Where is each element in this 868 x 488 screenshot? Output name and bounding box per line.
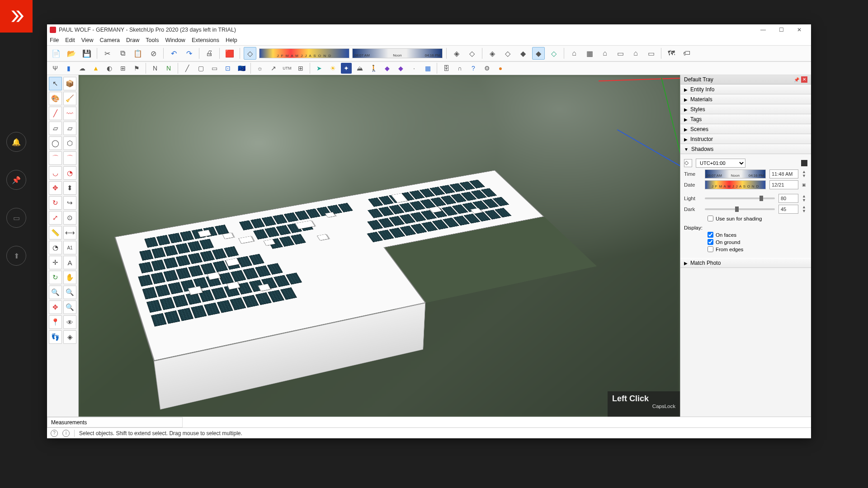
pushpull-tool-icon[interactable]: ⬍ — [63, 181, 76, 195]
tray-section-scenes[interactable]: ▶Scenes — [680, 124, 811, 134]
style-backedge-icon[interactable]: ◇ — [466, 47, 478, 60]
menu-extensions[interactable]: Extensions — [192, 37, 219, 43]
roof-obstruction[interactable] — [225, 258, 240, 266]
on-faces-checkbox[interactable]: On faces — [708, 232, 807, 238]
protractor-tool-icon[interactable]: ◔ — [49, 241, 62, 254]
light-slider[interactable] — [705, 197, 775, 199]
tool-select-icon[interactable]: ⊡ — [222, 63, 233, 74]
menu-draw[interactable]: Draw — [126, 37, 139, 43]
tray-header[interactable]: Default Tray 📌 ✕ — [680, 75, 811, 84]
zoomwin-tool-icon[interactable]: 🔍 — [63, 286, 76, 299]
tool-utm-icon[interactable]: UTM — [282, 63, 292, 74]
view-iso-icon[interactable]: ⌂ — [568, 47, 580, 60]
menu-edit[interactable]: Edit — [65, 37, 75, 43]
tray-section-tags[interactable]: ▶Tags — [680, 114, 811, 124]
rotrect-tool-icon[interactable]: ▱ — [63, 122, 76, 135]
plugin-n-icon[interactable]: N — [150, 63, 160, 74]
select-tool-icon[interactable]: ↖ — [49, 77, 62, 90]
status-help2-icon[interactable]: i — [62, 430, 70, 437]
style-wire-icon[interactable]: ◈ — [486, 47, 499, 60]
geo-map-icon[interactable]: 🗺 — [665, 47, 678, 60]
time-slider[interactable]: 08:07 AM Noon 04:16 PM — [705, 169, 766, 178]
freehand-tool-icon[interactable]: 〰 — [63, 107, 76, 120]
rect-tool-icon[interactable]: ▱ — [49, 122, 62, 135]
time-value-input[interactable]: 11:48 AM — [769, 169, 798, 178]
tray-section-materials[interactable]: ▶Materials — [680, 94, 811, 104]
delete-icon[interactable]: ⊘ — [147, 47, 160, 60]
paste-icon[interactable]: 📋 — [132, 47, 144, 60]
plugin-warn-icon[interactable]: ▲ — [90, 63, 101, 74]
zoomext-tool-icon[interactable]: ✥ — [49, 300, 62, 314]
tool-bird-icon[interactable]: ➤ — [314, 63, 325, 74]
tool-help-icon[interactable]: ? — [468, 63, 479, 74]
plugin-psi-icon[interactable]: Ψ — [50, 63, 61, 74]
tool-mountain-icon[interactable]: ⛰ — [354, 63, 365, 74]
shadows-toggle-icon[interactable]: ◇ — [684, 159, 692, 167]
style-mono-icon[interactable]: ◇ — [547, 47, 560, 60]
from-edges-checkbox[interactable]: From edges — [708, 246, 807, 252]
component-tool-icon[interactable]: 📦 — [63, 77, 76, 90]
plugin-grid-icon[interactable]: ▮ — [63, 63, 74, 74]
menu-camera[interactable]: Camera — [100, 37, 120, 43]
undo-icon[interactable]: ↶ — [167, 47, 180, 60]
arc3-tool-icon[interactable]: ◡ — [49, 166, 62, 180]
tool-sun2-icon[interactable]: ☀ — [327, 63, 338, 74]
pie-tool-icon[interactable]: ◔ — [63, 166, 76, 180]
menu-window[interactable]: Window — [165, 37, 185, 43]
plugin-n2-icon[interactable]: N — [163, 63, 174, 74]
tool-gear-icon[interactable]: ⚙ — [481, 63, 492, 74]
tool-ball-icon[interactable]: ● — [495, 63, 506, 74]
tool-grid2-icon[interactable]: ⊞ — [295, 63, 306, 74]
plugin-table-icon[interactable]: ⊞ — [118, 63, 128, 74]
roof-obstruction[interactable] — [207, 272, 221, 280]
position-camera-icon[interactable]: 📍 — [49, 315, 62, 329]
tool-person-icon[interactable]: 🚶 — [368, 63, 379, 74]
cut-icon[interactable]: ✂ — [101, 47, 113, 60]
rail-notification-icon[interactable]: 🔔 — [6, 132, 26, 152]
dimension-tool-icon[interactable]: ⟷ — [63, 226, 76, 239]
scale-tool-icon[interactable]: ⤢ — [49, 211, 62, 225]
copy-icon[interactable]: ⧉ — [116, 47, 129, 60]
viewport-3d[interactable]: Left Click CapsLock — [79, 75, 680, 417]
text3d-tool-icon[interactable]: A — [63, 256, 76, 269]
tool-solar-icon[interactable]: ▦ — [422, 63, 433, 74]
light-value-input[interactable]: 80 — [778, 194, 798, 203]
plugin-cloud-icon[interactable]: ☁ — [77, 63, 88, 74]
time-spinner[interactable]: ▲▼ — [802, 170, 807, 178]
on-ground-checkbox[interactable]: On ground — [708, 239, 807, 245]
tool-star-icon[interactable]: ✦ — [341, 63, 352, 74]
tray-pin-icon[interactable]: 📌 — [794, 77, 799, 82]
view-left-icon[interactable]: ▭ — [645, 47, 657, 60]
tool-sun-icon[interactable]: ☼ — [255, 63, 265, 74]
look-around-icon[interactable]: 👁 — [63, 315, 76, 329]
plugin-sphere-icon[interactable]: ◐ — [104, 63, 115, 74]
save-file-icon[interactable]: 💾 — [80, 47, 93, 60]
tool-arrow-icon[interactable]: ↗ — [268, 63, 279, 74]
menu-help[interactable]: Help — [226, 37, 237, 43]
zoomprev-tool-icon[interactable]: 🔍 — [63, 300, 76, 314]
tool-dot-icon[interactable]: · — [409, 63, 420, 74]
menu-file[interactable]: File — [50, 37, 59, 43]
maximize-button[interactable]: ☐ — [772, 27, 790, 33]
shadows-detail-icon[interactable] — [801, 160, 807, 166]
tray-section-instructor[interactable]: ▶Instructor — [680, 134, 811, 144]
dark-spinner[interactable]: ▲▼ — [802, 205, 807, 213]
tray-section-styles[interactable]: ▶Styles — [680, 104, 811, 114]
tool-layer1-icon[interactable]: ◆ — [382, 63, 392, 74]
open-file-icon[interactable]: 📂 — [65, 47, 78, 60]
orbit-tool-icon[interactable]: ↻ — [49, 271, 62, 284]
style-shaded-icon[interactable]: ◆ — [517, 47, 529, 60]
measurements-box[interactable]: Measurements — [47, 417, 183, 427]
print-icon[interactable]: 🖨 — [203, 47, 216, 60]
geo-tag-icon[interactable]: 🏷 — [680, 47, 693, 60]
date-slider[interactable]: J F M A M J J A S O N D — [705, 180, 766, 189]
dark-slider[interactable] — [705, 208, 775, 210]
eraser-tool-icon[interactable]: 🧹 — [63, 92, 76, 105]
menu-tools[interactable]: Tools — [146, 37, 159, 43]
new-file-icon[interactable]: 📄 — [50, 47, 62, 60]
arc-tool-icon[interactable]: ⌒ — [49, 151, 62, 165]
light-spinner[interactable]: ▲▼ — [802, 194, 807, 202]
offset-tool-icon[interactable]: ⊙ — [63, 211, 76, 225]
view-right-icon[interactable]: ▭ — [614, 47, 627, 60]
tray-section-shadows[interactable]: ▼Shadows — [680, 144, 811, 154]
